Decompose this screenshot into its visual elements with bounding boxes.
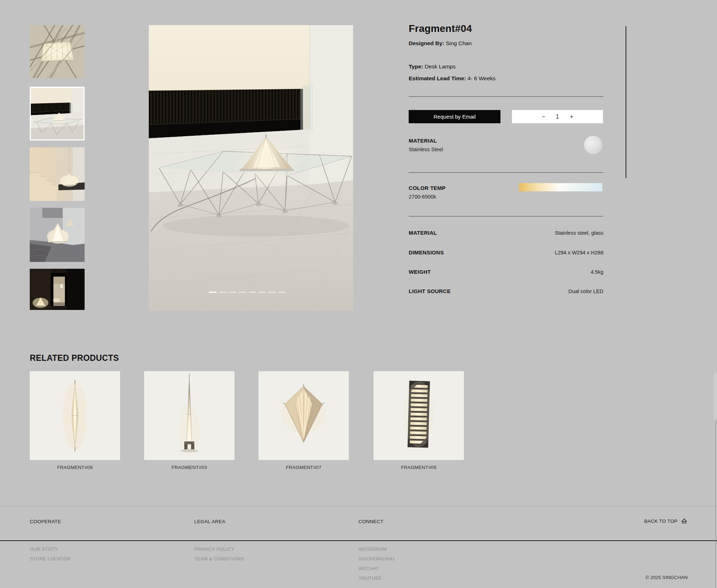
footer-heading-cooperate: COOPERATE — [30, 519, 61, 524]
thumbnail-staircase-view[interactable] — [30, 147, 85, 201]
spec-label: WEIGHT — [409, 269, 431, 275]
spec-row-dimensions: DIMENSIONS L294 x W294 x H288 — [409, 249, 603, 255]
material-selector-label: MATERIAL — [409, 138, 437, 144]
thumbnail-bedroom-view[interactable] — [30, 208, 85, 262]
thumbnail-fireplace-view[interactable] — [30, 87, 85, 140]
color-temp-label: COLOR TEMP — [409, 185, 446, 191]
spec-row-light-source: LIGHT SOURCE Dual color LED — [409, 288, 603, 294]
carousel-dash[interactable] — [258, 292, 266, 293]
designed-by-label: Designed By: — [409, 40, 444, 46]
designed-by-line: Designed By: Sing Chan — [409, 40, 472, 47]
related-product-name: FRAGMENT#05 — [374, 465, 464, 470]
designed-by-value: Sing Chan — [446, 40, 471, 46]
spec-row-weight: WEIGHT 4.5kg — [409, 269, 603, 275]
thumbnail-hallway-view[interactable] — [30, 269, 85, 310]
thumbnail-fireplace-view-image — [31, 88, 84, 139]
lead-time-value: 4- 6 Weeks — [467, 75, 495, 81]
type-line: Type: Desk Lamps — [409, 63, 456, 70]
spec-value: 4.5kg — [591, 269, 603, 275]
color-temp-gradient-bar — [519, 183, 602, 191]
color-temp-value: 2700-6500k — [409, 194, 436, 200]
scrollbar-thumb[interactable] — [714, 373, 717, 420]
related-product-fragment07[interactable] — [258, 371, 349, 460]
footer-link-xiaohongshu[interactable]: XIAOHONGSHU — [358, 556, 395, 561]
carousel-dash[interactable] — [209, 292, 217, 293]
fragment09-image — [30, 371, 120, 460]
lead-time-line: Estimated Lead Time: 4- 6 Weeks — [409, 75, 495, 82]
footer-link-wechat[interactable]: WECHAT — [358, 566, 379, 571]
copyright-text: © 2025 SINGCHAN — [646, 575, 688, 580]
spec-value: L294 x W294 x H288 — [555, 250, 603, 255]
spec-label: DIMENSIONS — [409, 249, 444, 255]
thumbnail-ceiling-view-image — [30, 25, 85, 78]
back-to-top-label: BACK TO TOP — [644, 518, 678, 524]
spec-label: LIGHT SOURCE — [409, 288, 451, 294]
related-product-name: FRAGMENT#09 — [30, 465, 120, 470]
quantity-stepper: − 1 + — [512, 110, 603, 123]
carousel-dash[interactable] — [229, 292, 236, 293]
quantity-value: 1 — [556, 114, 559, 120]
divider — [409, 172, 603, 173]
material-swatch-stainless-steel[interactable] — [584, 136, 602, 154]
spec-value: Dual color LED — [568, 288, 603, 294]
footer-link-youtube[interactable]: YOUTUBE — [358, 575, 382, 581]
material-selector-value: Stainless Steel — [409, 147, 443, 152]
carousel-dash[interactable] — [249, 292, 256, 293]
main-product-image[interactable] — [149, 25, 353, 311]
carousel-indicator — [209, 292, 286, 293]
request-by-email-button[interactable]: Request by Email — [409, 110, 500, 123]
page-title: Fragment#04 — [409, 23, 472, 34]
type-value: Desk Lamps — [425, 63, 456, 70]
thumbnail-ceiling-view[interactable] — [30, 25, 85, 78]
related-products-heading: RELATED PRODUCTS — [30, 353, 119, 363]
thumbnail-bedroom-view-image — [30, 208, 85, 262]
fragment05-image — [374, 371, 464, 460]
thumbnail-hallway-view-image — [30, 269, 85, 310]
divider — [409, 96, 603, 97]
footer-link-privacy-policy[interactable]: PRIVACY POLICY — [194, 546, 234, 552]
related-product-fragment03[interactable] — [144, 371, 234, 460]
carousel-dash[interactable] — [278, 292, 286, 293]
spec-row-material: MATERIAL Stainless steel, glass — [409, 230, 603, 236]
lead-time-label: Estimated Lead Time: — [409, 75, 466, 81]
related-product-name: FRAGMENT#03 — [144, 465, 234, 470]
carousel-dash[interactable] — [239, 292, 246, 293]
scrollbar-track-line — [716, 420, 716, 588]
footer-heading-legal-area: LEGAL AREA — [194, 519, 225, 524]
thumbnail-staircase-view-image — [30, 147, 85, 201]
back-to-top-button[interactable]: BACK TO TOP — [644, 518, 688, 524]
quantity-increase-button[interactable]: + — [570, 114, 573, 120]
spec-label: MATERIAL — [409, 230, 437, 236]
footer-heading-connect: CONNECT — [358, 519, 384, 524]
type-label: Type: — [409, 63, 423, 70]
product-page: Fragment#04 Designed By: Sing Chan Type:… — [0, 0, 717, 588]
carousel-dash[interactable] — [219, 292, 227, 293]
section-scroll-indicator — [626, 26, 626, 178]
fragment03-image — [144, 371, 234, 460]
footer-link-store-locator[interactable]: STORE LOCATOR — [30, 556, 71, 561]
back-to-top-icon — [681, 518, 688, 524]
main-product-scene — [149, 25, 353, 311]
footer-link-instagram[interactable]: INSTAGRAM — [358, 546, 387, 552]
quantity-decrease-button[interactable]: − — [542, 114, 545, 120]
related-product-fragment09[interactable] — [30, 371, 120, 460]
related-product-name: FRAGMENT#07 — [258, 465, 349, 470]
related-product-fragment05[interactable] — [374, 371, 464, 460]
footer-top-border — [0, 506, 717, 506]
footer-divider — [0, 540, 717, 541]
spec-value: Stainless steel, glass — [555, 230, 603, 236]
divider — [409, 216, 603, 216]
fragment07-image — [258, 371, 349, 460]
footer-link-terms-conditions[interactable]: TEAM & CONDITIONS — [194, 556, 244, 561]
carousel-dash[interactable] — [269, 292, 276, 293]
footer-link-our-story[interactable]: OUR STOTY — [30, 546, 58, 552]
